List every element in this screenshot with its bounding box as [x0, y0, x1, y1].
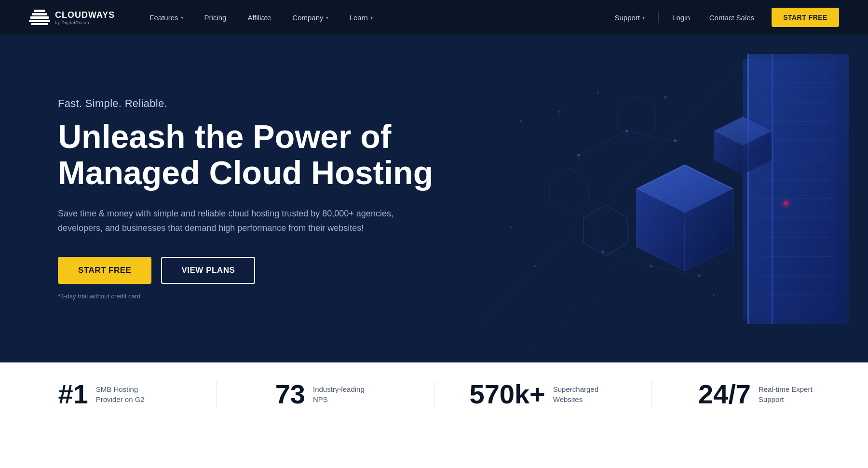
nav-support-label: Support [615, 13, 640, 22]
svg-point-57 [713, 294, 715, 296]
logo-link[interactable]: CLOUDWAYS by DigitalOcean [29, 10, 115, 25]
stat-item-4: 24/7 Real-time Expert Support [651, 381, 868, 408]
nav-item-support[interactable]: Support ▾ [605, 0, 655, 35]
hero-section: Fast. Simple. Reliable. Unleash the Powe… [0, 35, 868, 362]
nav-item-company[interactable]: Company ▾ [282, 0, 339, 35]
hero-buttons: START FREE VIEW PLANS [58, 257, 433, 284]
hero-title-line2: Managed Cloud Hosting [58, 154, 433, 191]
svg-rect-20 [747, 54, 749, 324]
stat-item-3: 570k+ Supercharged Websites [434, 381, 651, 408]
stat-number-3: 570k+ [469, 381, 545, 408]
chevron-down-icon: ▾ [642, 15, 645, 20]
nav-features-label: Features [149, 13, 178, 22]
svg-rect-19 [772, 54, 773, 324]
stat-number-1: #1 [58, 381, 88, 408]
nav-contact-label: Contact Sales [709, 13, 754, 22]
svg-point-51 [520, 120, 522, 122]
stat-desc-4: Real-time Expert Support [759, 384, 821, 404]
svg-point-56 [534, 265, 536, 267]
svg-point-52 [558, 111, 560, 113]
hero-title-line1: Unleash the Power of [58, 118, 391, 155]
chevron-down-icon: ▾ [370, 15, 373, 20]
nav-login-label: Login [672, 13, 690, 22]
chevron-down-icon: ▾ [326, 15, 328, 20]
nav-pricing-label: Pricing [204, 13, 227, 22]
svg-line-46 [603, 252, 651, 266]
svg-line-44 [627, 131, 675, 141]
svg-line-43 [579, 131, 627, 155]
hero-tagline: Fast. Simple. Reliable. [58, 97, 433, 110]
hero-description: Save time & money with simple and reliab… [58, 206, 405, 236]
stat-item-2: 73 Industry-leading NPS [217, 381, 434, 408]
stat-item-1: #1 SMB Hosting Provider on G2 [0, 381, 217, 408]
nav-item-login[interactable]: Login [663, 0, 700, 35]
svg-marker-36 [617, 96, 656, 140]
stat-desc-1: SMB Hosting Provider on G2 [96, 384, 159, 404]
chevron-down-icon: ▾ [181, 15, 183, 20]
nav-right: Support ▾ Login Contact Sales START FREE [605, 0, 840, 35]
nav-divider [658, 12, 659, 23]
hero-title: Unleash the Power of Managed Cloud Hosti… [58, 119, 433, 191]
hero-content: Fast. Simple. Reliable. Unleash the Powe… [58, 97, 433, 300]
svg-rect-3 [29, 20, 50, 22]
logo-text: CLOUDWAYS by DigitalOcean [55, 10, 115, 25]
brand-subtitle: by DigitalOcean [55, 20, 115, 25]
nav-item-pricing[interactable]: Pricing [194, 0, 237, 35]
nav-item-features[interactable]: Features ▾ [139, 0, 193, 35]
nav-item-learn[interactable]: Learn ▾ [339, 0, 383, 35]
nav-learn-label: Learn [350, 13, 368, 22]
stat-number-2: 73 [275, 381, 305, 408]
nav-start-free-button[interactable]: START FREE [772, 8, 839, 27]
svg-point-53 [597, 92, 599, 94]
svg-rect-4 [31, 23, 48, 25]
svg-point-55 [510, 227, 512, 228]
nav-links: Features ▾ Pricing Affiliate Company ▾ L… [139, 0, 605, 35]
nav-item-contact-sales[interactable]: Contact Sales [700, 0, 764, 35]
nav-affiliate-label: Affiliate [247, 13, 271, 22]
svg-rect-1 [32, 13, 47, 15]
stat-desc-2: Industry-leading NPS [313, 384, 376, 404]
nav-company-label: Company [292, 13, 323, 22]
hero-trial-note: *3-day trial without credit card [58, 293, 433, 300]
stats-section: #1 SMB Hosting Provider on G2 73 Industr… [0, 362, 868, 425]
cloudways-logo-icon [29, 10, 50, 25]
stat-number-4: 24/7 [698, 381, 751, 408]
svg-rect-0 [30, 16, 49, 19]
svg-point-59 [781, 199, 791, 208]
svg-rect-6 [743, 59, 837, 319]
svg-marker-35 [550, 168, 588, 213]
hero-view-plans-button[interactable]: VIEW PLANS [161, 257, 255, 284]
svg-rect-2 [34, 10, 45, 12]
nav-item-affiliate[interactable]: Affiliate [237, 0, 282, 35]
hero-start-free-button[interactable]: START FREE [58, 257, 151, 284]
svg-marker-34 [583, 205, 628, 255]
svg-point-54 [665, 96, 667, 99]
navbar: CLOUDWAYS by DigitalOcean Features ▾ Pri… [0, 0, 868, 35]
brand-name: CLOUDWAYS [55, 10, 115, 20]
stat-desc-3: Supercharged Websites [553, 384, 616, 404]
hero-illustration [434, 35, 868, 362]
svg-line-45 [579, 155, 603, 252]
